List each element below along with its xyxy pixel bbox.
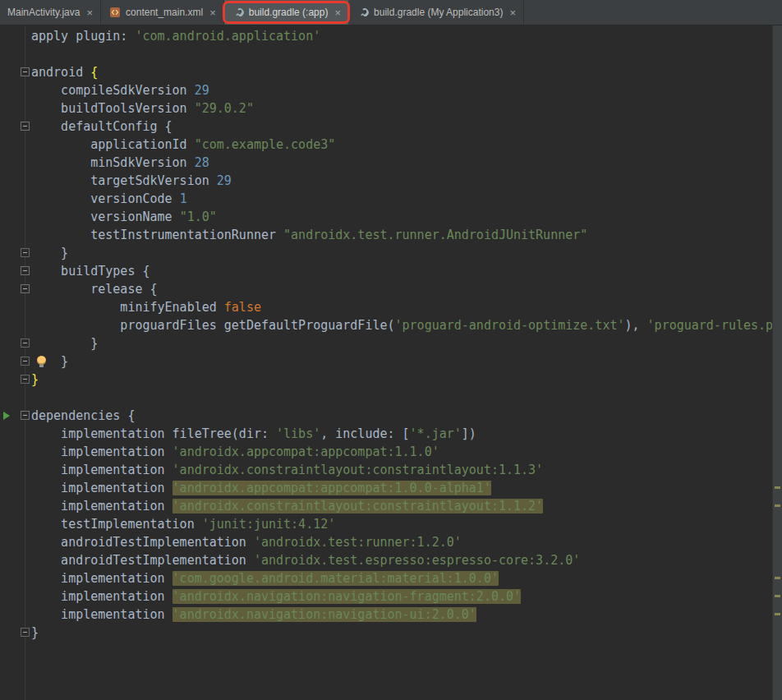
gutter-cell [0, 298, 25, 316]
code-token: 'androidx.navigation:navigation-ui:2.0.0… [172, 607, 476, 622]
fold-end-marker-icon[interactable] [21, 338, 30, 348]
code-line: testInstrumentationRunner "androidx.test… [0, 226, 782, 244]
tab-close-icon[interactable]: × [86, 7, 93, 18]
gutter-cell [0, 208, 25, 226]
stripe-highlight-mark[interactable] [775, 613, 780, 615]
code-token: 1 [180, 191, 187, 206]
code-token: '*.jar' [410, 426, 462, 441]
gutter-cell [0, 606, 25, 624]
code-text: androidTestImplementation 'androidx.test… [25, 533, 462, 551]
stripe-highlight-mark[interactable] [775, 486, 780, 489]
code-token: implementation [31, 607, 172, 622]
code-text: proguardFiles getDefaultProguardFile('pr… [25, 316, 782, 334]
code-token: ]) [462, 426, 476, 441]
fold-end-marker-icon[interactable] [21, 248, 30, 257]
code-token: minSdkVersion [31, 155, 195, 170]
gutter-cell [0, 551, 25, 569]
code-token: release { [31, 282, 158, 297]
code-line: apply plugin: 'com.android.application' [0, 27, 782, 45]
code-token: androidTestImplementation [31, 553, 254, 568]
code-line: } [0, 624, 782, 642]
code-text: buildToolsVersion "29.0.2" [25, 99, 254, 117]
fold-marker-icon[interactable] [21, 284, 30, 293]
code-text: implementation 'com.google.android.mater… [25, 569, 499, 587]
fold-marker-icon[interactable] [21, 266, 30, 275]
stripe-highlight-mark[interactable] [775, 577, 780, 579]
tab-close-icon[interactable]: × [509, 7, 516, 18]
gutter-cell [0, 479, 25, 497]
fold-marker-icon[interactable] [21, 122, 30, 131]
code-token: versionCode [31, 191, 180, 206]
code-token: 'com.android.application' [135, 29, 320, 44]
code-line: versionName "1.0" [0, 208, 782, 226]
code-line: implementation 'androidx.constraintlayou… [0, 497, 782, 515]
code-text: implementation 'androidx.appcompat:appco… [25, 443, 439, 461]
fold-marker-icon[interactable] [21, 411, 30, 420]
code-text: minifyEnabled false [25, 298, 261, 316]
fold-marker-icon[interactable] [21, 67, 30, 76]
editor-tab[interactable]: content_main.xml× [101, 0, 224, 25]
fold-end-marker-icon[interactable] [21, 357, 30, 366]
code-token: apply plugin: [31, 29, 135, 44]
stripe-highlight-mark[interactable] [775, 595, 780, 597]
run-gutter-icon[interactable] [3, 412, 10, 420]
code-line: minifyEnabled false [0, 298, 782, 316]
code-token: implementation [31, 481, 172, 495]
code-token: implementation [31, 463, 172, 477]
code-line: testImplementation 'junit:junit:4.12' [0, 515, 782, 533]
code-line: minSdkVersion 28 [0, 154, 782, 172]
fold-end-marker-icon[interactable] [21, 628, 30, 637]
gutter-cell [0, 515, 25, 533]
code-token: android [31, 65, 90, 80]
code-token: false [224, 300, 261, 315]
editor-tab[interactable]: MainActivity.java× [0, 0, 101, 25]
code-text: applicationId "com.example.code3" [25, 136, 335, 154]
code-token: 'proguard-android-optimize.txt' [395, 318, 625, 333]
code-token: 'libs' [276, 426, 320, 441]
code-token: androidTestImplementation [31, 535, 254, 550]
fold-end-marker-icon[interactable] [21, 375, 30, 384]
intention-bulb-icon[interactable] [37, 356, 46, 365]
code-token: implementation [31, 444, 172, 459]
code-text: implementation 'androidx.navigation:navi… [25, 587, 521, 606]
gutter-cell [0, 136, 25, 154]
code-editor[interactable]: apply plugin: 'com.android.application'a… [0, 25, 782, 700]
code-text: } [25, 334, 98, 352]
code-text: buildTypes { [25, 262, 150, 280]
code-line: targetSdkVersion 29 [0, 172, 782, 190]
code-line: compileSdkVersion 29 [0, 81, 782, 99]
code-token: proguardFiles getDefaultProguardFile( [31, 318, 395, 333]
gutter-cell [0, 172, 25, 190]
gutter-cell [0, 461, 25, 479]
code-text: targetSdkVersion 29 [25, 172, 232, 190]
editor-tab[interactable]: build.gradle (My Application3)× [349, 0, 524, 25]
tab-close-icon[interactable]: × [334, 7, 341, 18]
editor-scrollbar[interactable] [772, 25, 782, 700]
gutter-cell [0, 27, 25, 45]
code-text: release { [25, 280, 158, 298]
code-token: "androidx.test.runner.AndroidJUnitRunner… [283, 228, 587, 242]
gutter-cell [0, 154, 25, 172]
code-text: dependencies { [25, 407, 135, 425]
tab-label: build.gradle (My Application3) [374, 7, 503, 18]
code-token: "com.example.code3" [195, 137, 336, 152]
code-token: "29.0.2" [195, 101, 254, 116]
editor-tab[interactable]: build.gradle (:app)× [224, 0, 349, 25]
code-token: , include: [ [320, 426, 409, 441]
code-line: applicationId "com.example.code3" [0, 136, 782, 154]
code-text: implementation 'androidx.constraintlayou… [25, 461, 543, 479]
code-token: implementation fileTree(dir: [31, 426, 276, 441]
code-line: android { [0, 63, 782, 81]
code-line: } [0, 352, 782, 371]
code-line: release { [0, 280, 782, 298]
code-token: 'androidx.test.espresso:espresso-core:3.… [254, 553, 580, 568]
gutter-cell [0, 99, 25, 117]
code-text: implementation 'androidx.appcompat:appco… [25, 479, 491, 497]
code-line: defaultConfig { [0, 117, 782, 136]
code-text: } [25, 352, 68, 371]
tab-close-icon[interactable]: × [209, 7, 216, 18]
code-token: 'androidx.navigation:navigation-fragment… [172, 589, 521, 604]
code-text: implementation 'androidx.constraintlayou… [25, 497, 543, 515]
gutter-cell [0, 533, 25, 551]
stripe-highlight-mark[interactable] [775, 504, 780, 507]
